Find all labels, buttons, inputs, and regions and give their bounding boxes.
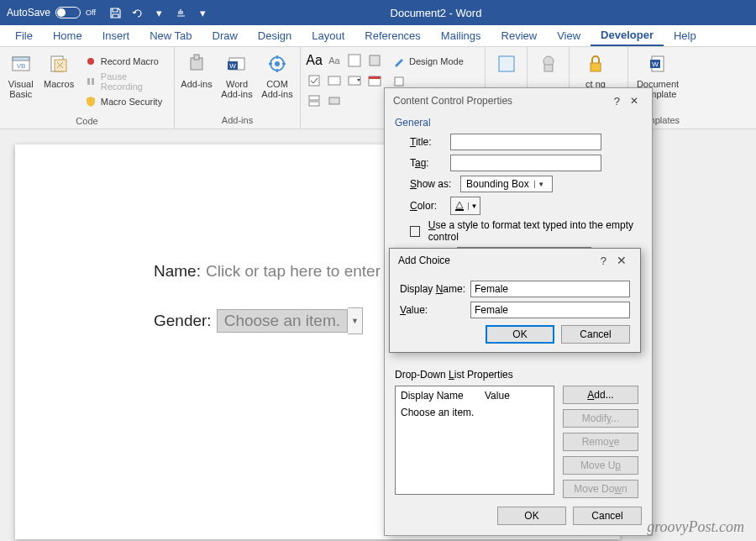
ccp-list-item-1[interactable]: Choose an item. [396,405,554,420]
design-mode-button[interactable]: Design Mode [390,52,467,71]
svg-text:W: W [229,62,236,70]
ac-value-input[interactable] [470,302,630,318]
ccp-cancel-button[interactable]: Cancel [573,507,642,525]
ccp-title-input[interactable] [450,134,601,150]
svg-rect-26 [499,56,514,71]
protect-button[interactable]: ct ng [573,49,618,92]
ccp-color-button[interactable]: ▼ [450,197,480,215]
ccp-close-icon[interactable]: ✕ [625,95,643,107]
ac-titlebar[interactable]: Add Choice ? ✕ [390,249,640,272]
ac-ok-button[interactable]: OK [486,325,554,344]
svg-text:VB: VB [16,62,25,70]
tab-view[interactable]: View [547,25,591,46]
gender-selected[interactable]: Choose an item. [217,309,348,333]
svg-rect-6 [87,78,90,85]
picture-control-icon[interactable] [346,52,363,69]
tab-mailings[interactable]: Mailings [431,25,491,46]
svg-rect-1 [13,57,29,60]
ccp-usestyle-checkbox[interactable] [410,226,420,237]
ccp-showas-combo[interactable]: Bounding Box ▼ [460,176,553,192]
com-addins-button[interactable]: COM Add-ins [259,49,296,102]
svg-text:W: W [652,60,659,68]
xml-mapping-button[interactable] [489,49,523,82]
xml-mapping-icon [495,52,518,76]
ac-close-icon[interactable]: ✕ [612,254,632,267]
building-block-control-icon[interactable] [366,52,383,69]
svg-rect-7 [92,78,94,85]
svg-rect-16 [370,55,380,66]
legacy-tools-icon[interactable] [326,92,343,109]
visual-basic-label: Visual Basic [5,79,36,99]
tab-review[interactable]: Review [491,25,548,46]
tab-design[interactable]: Design [248,25,302,46]
ccp-list-col-display: Display Name [401,390,485,402]
tab-help[interactable]: Help [664,25,706,46]
svg-point-14 [275,61,280,66]
ccp-general-label: General [395,117,642,129]
svg-rect-18 [328,76,340,85]
word-addins-button[interactable]: W Word Add-ins [218,49,255,102]
ccp-tag-input[interactable] [450,155,601,171]
undo-icon[interactable] [131,6,144,19]
date-picker-control-icon[interactable] [366,72,383,89]
ccp-remove-button: Remove [563,433,638,451]
ccp-movedown-button: Move Down [563,480,638,498]
touch-icon[interactable] [175,6,188,19]
titlebar: AutoSave Off ▾ ▾ Document2 - Word [0,0,756,25]
tab-developer[interactable]: Developer [591,25,664,46]
visual-basic-button[interactable]: VB Visual Basic [3,49,38,102]
rich-text-control-icon[interactable]: Aa [306,52,323,69]
com-addins-label: COM Add-ins [260,79,294,99]
gender-label: Gender: [154,312,212,330]
save-icon[interactable] [109,6,123,19]
ac-display-input[interactable] [470,281,630,297]
record-macro-icon [85,55,97,67]
macros-icon [47,52,71,76]
ccp-help-icon[interactable]: ? [609,95,625,108]
ac-cancel-button[interactable]: Cancel [561,325,630,344]
ccp-ok-button[interactable]: OK [497,507,566,525]
tab-home[interactable]: Home [43,25,92,46]
pause-recording-icon [85,76,97,87]
restrict-editing-button[interactable] [531,49,565,82]
ccp-usestyle-label: Use a style to format text typed into th… [428,219,642,243]
gender-dropdown-arrow-icon[interactable]: ▼ [348,307,363,334]
tab-references[interactable]: References [354,25,430,46]
ccp-color-arrow-icon[interactable]: ▼ [468,202,480,210]
ccp-showas-arrow-icon[interactable]: ▼ [534,181,548,188]
dropdown-control-icon[interactable] [346,72,363,89]
repeating-section-control-icon[interactable] [306,92,323,109]
quick-access-toolbar: ▾ ▾ [102,6,217,19]
gender-dropdown[interactable]: Choose an item. ▼ [217,307,363,334]
ac-help-icon[interactable]: ? [596,255,612,267]
tab-draw[interactable]: Draw [202,25,248,46]
tab-newtab[interactable]: New Tab [139,25,202,46]
redo-icon[interactable]: ▾ [153,6,166,19]
tab-file[interactable]: File [5,25,43,46]
tab-layout[interactable]: Layout [302,25,354,46]
document-template-icon: W [646,52,669,76]
qat-more-icon[interactable]: ▾ [197,6,210,19]
addins-button[interactable]: Add-ins [178,49,215,92]
add-choice-dialog: Add Choice ? ✕ Display Name: Value: OK C… [389,248,641,353]
macro-security-button[interactable]: Macro Security [81,92,169,111]
ccp-add-button[interactable]: Add... [563,386,638,404]
plain-text-control-icon[interactable]: Aa [326,52,343,69]
ccp-listbox[interactable]: Display Name Value Choose an item. [395,386,554,495]
ccp-titlebar[interactable]: Content Control Properties ? ✕ [385,88,652,113]
ribbon-tabs: File Home Insert New Tab Draw Design Lay… [0,25,756,47]
ccp-ddlist-label: Drop-Down List Properties [395,369,642,381]
watermark: groovyPost.com [647,518,744,536]
ccp-list-col-value: Value [485,390,510,402]
ccp-title: Content Control Properties [393,95,609,107]
tab-insert[interactable]: Insert [92,25,140,46]
macros-button[interactable]: Macros [41,49,76,92]
name-placeholder[interactable]: Click or tap here to enter te [206,262,398,281]
svg-point-5 [87,58,94,65]
combobox-control-icon[interactable] [326,72,343,89]
autosave-switch[interactable] [55,7,81,18]
record-macro-button[interactable]: Record Macro [81,52,169,71]
checkbox-control-icon[interactable] [306,72,323,89]
autosave-toggle[interactable]: AutoSave Off [0,7,102,18]
ac-title: Add Choice [398,255,596,266]
